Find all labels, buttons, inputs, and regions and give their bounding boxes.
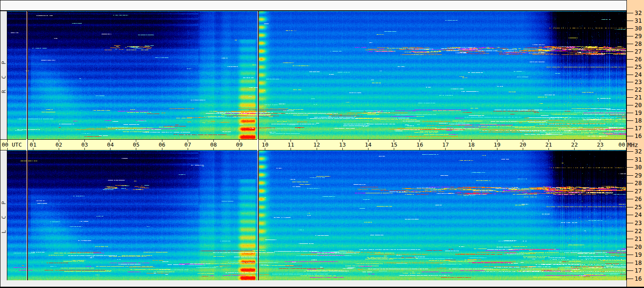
freq-tick-label: 31 <box>635 156 644 162</box>
freq-tick-mark <box>626 175 633 176</box>
rcp-spectrogram-canvas <box>7 11 626 139</box>
time-tick <box>7 140 8 142</box>
freq-tick-label: 27 <box>635 48 644 54</box>
freq-tick-label: 23 <box>635 79 644 85</box>
freq-tick-label: 26 <box>635 196 644 202</box>
freq-tick-label: 19 <box>635 252 644 258</box>
freq-tick-mark <box>626 67 633 67</box>
time-tick <box>445 148 446 150</box>
calibration-marker-axis-gap <box>26 139 28 150</box>
freq-tick-mark <box>626 270 633 271</box>
freq-tick-label: 19 <box>635 110 644 116</box>
freq-tick-label: 23 <box>635 220 644 226</box>
freq-tick-mark <box>626 36 633 36</box>
freq-tick-label: 30 <box>635 164 644 170</box>
freq-tick-label: 18 <box>635 117 644 123</box>
freq-tick-mark <box>626 128 633 129</box>
time-tick-label: 23 <box>593 142 608 148</box>
freq-tick-label: 17 <box>635 267 644 273</box>
freq-tick-mark <box>626 247 633 247</box>
freq-tick-label: 16 <box>635 276 644 282</box>
freq-tick-label: 27 <box>635 188 644 194</box>
freq-tick-mark <box>626 44 633 44</box>
time-tick <box>265 148 265 150</box>
time-tick-label: 09 <box>232 142 247 148</box>
freq-unit-label: MHz <box>627 142 638 148</box>
freq-tick-mark <box>626 167 633 168</box>
freq-tick-mark <box>626 199 633 199</box>
freq-tick-mark <box>626 136 633 136</box>
time-tick-label: 08 <box>206 142 221 148</box>
time-tick <box>213 148 214 150</box>
time-tick <box>342 148 343 150</box>
time-tick <box>239 148 240 150</box>
time-axis-start-label: 00 UTC <box>2 142 22 148</box>
time-tick <box>84 148 85 150</box>
freq-tick-label: 22 <box>635 87 644 93</box>
freq-tick-mark <box>626 51 633 52</box>
time-tick-label: 20 <box>515 142 530 148</box>
freq-tick-mark <box>626 151 633 152</box>
freq-tick-mark <box>626 82 633 82</box>
freq-tick-label: 26 <box>635 56 644 62</box>
time-axis-end-label: 00 <box>611 142 625 148</box>
time-tick-label: 15 <box>387 142 401 148</box>
time-tick-label: 22 <box>567 142 582 148</box>
title-bar: AJ4CO Observatory 14 May 2018 - DPS on T… <box>0 0 626 11</box>
time-tick-label: 19 <box>490 142 504 148</box>
freq-tick-label: 25 <box>635 204 644 210</box>
freq-tick-mark <box>626 75 633 75</box>
time-tick <box>110 148 111 150</box>
time-tick-label: 05 <box>129 142 144 148</box>
freq-tick-label: 18 <box>635 260 644 266</box>
freq-tick-mark <box>626 120 633 121</box>
time-tick-label: 11 <box>284 142 298 148</box>
freq-tick-mark <box>626 215 633 215</box>
time-tick <box>626 140 626 142</box>
freq-tick-label: 25 <box>635 64 644 70</box>
freq-tick-mark <box>626 279 633 279</box>
rcp-axis-label-column: R C P <box>0 11 7 139</box>
time-axis: 00 UTC 00 010203040506070809101112131415… <box>0 139 626 150</box>
time-tick <box>33 148 33 150</box>
freq-tick-label: 29 <box>635 172 644 178</box>
freq-tick-mark <box>626 183 633 183</box>
freq-tick-label: 32 <box>635 148 644 154</box>
freq-tick-mark <box>626 113 633 113</box>
time-tick <box>523 148 523 150</box>
time-tick-label: 18 <box>464 142 479 148</box>
calibration-marker-axis-gap <box>257 139 259 150</box>
freq-tick-mark <box>626 255 633 255</box>
time-tick-label: 03 <box>78 142 92 148</box>
time-tick <box>7 148 8 150</box>
freq-tick-mark <box>626 13 633 13</box>
freq-tick-label: 20 <box>635 244 644 250</box>
freq-tick-label: 17 <box>635 125 644 131</box>
time-tick-label: 14 <box>361 142 375 148</box>
time-tick <box>600 148 600 150</box>
freq-tick-mark <box>626 231 633 231</box>
freq-tick-mark <box>626 207 633 207</box>
freq-tick-mark <box>626 263 633 263</box>
freq-tick-mark <box>626 239 633 239</box>
freq-tick-label: 32 <box>635 10 644 16</box>
time-tick <box>188 148 188 150</box>
freq-tick-mark <box>626 105 633 105</box>
freq-tick-mark <box>626 191 633 192</box>
rcp-label: R C P <box>0 57 7 93</box>
time-tick <box>471 148 472 150</box>
time-tick-label: 04 <box>103 142 118 148</box>
freq-tick-label: 24 <box>635 212 644 218</box>
freq-tick-mark <box>626 97 633 98</box>
time-tick <box>59 148 59 150</box>
time-tick <box>368 148 368 150</box>
time-tick-label: 10 <box>258 142 273 148</box>
time-tick <box>419 148 420 150</box>
freq-tick-label: 21 <box>635 94 644 100</box>
time-tick <box>291 148 291 150</box>
freq-tick-label: 16 <box>635 133 644 139</box>
freq-tick-mark <box>626 21 633 21</box>
time-tick-label: 16 <box>413 142 427 148</box>
freq-tick-label: 31 <box>635 18 644 24</box>
time-tick <box>548 148 549 150</box>
